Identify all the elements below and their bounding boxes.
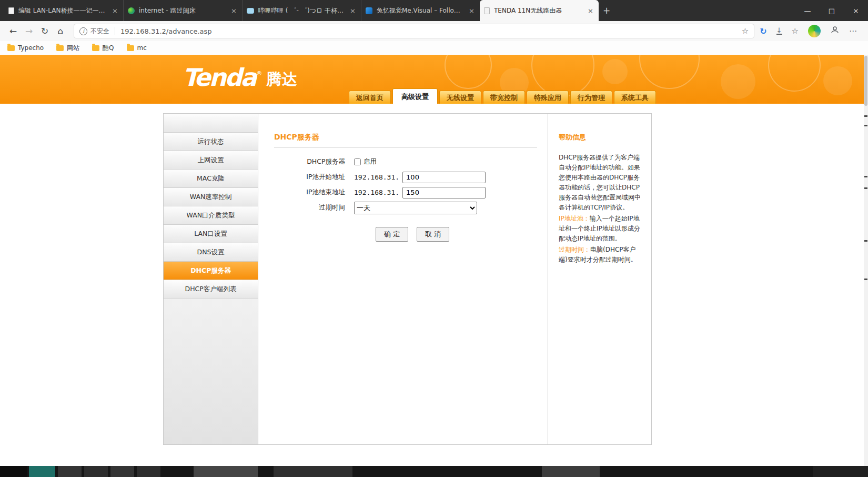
favorite-star-icon[interactable]: ☆ — [742, 26, 749, 36]
browser-tab-3[interactable]: 哔哩哔哩 ( ゜- ゜)つロ 干杯~-bili… × — [242, 0, 361, 21]
site-tab-home[interactable]: 返回首页 — [349, 91, 391, 104]
decorative-bubble — [823, 66, 852, 95]
sidebar-item-dhcp-server[interactable]: DHCP服务器 — [164, 262, 258, 280]
taskbar-item[interactable] — [137, 466, 160, 477]
sidebar-item-running-status[interactable]: 运行状态 — [164, 133, 258, 151]
decorative-bubble — [639, 55, 700, 89]
bookmark-label: 网站 — [67, 44, 79, 53]
ok-button[interactable]: 确 定 — [376, 227, 408, 242]
cancel-button[interactable]: 取 消 — [417, 227, 449, 242]
decorative-bubble — [602, 59, 628, 84]
scrollbar-mark — [864, 279, 867, 280]
site-tab-special-apps[interactable]: 特殊应用 — [527, 91, 569, 104]
close-icon[interactable]: × — [587, 7, 594, 15]
ip-start-row: IP池开始地址 192.168.31. — [274, 170, 537, 185]
ip-start-input[interactable] — [402, 172, 486, 183]
window-controls: — □ × — [795, 0, 868, 21]
browser-tab-4[interactable]: 兔忆视觉Me.Visual – Follow the … × — [361, 0, 480, 21]
bookmark-folder-typecho[interactable]: Typecho — [7, 44, 44, 52]
lease-time-label: 过期时间 — [274, 203, 345, 212]
profile-avatar[interactable] — [808, 25, 821, 37]
site-tab-wireless[interactable]: 无线设置 — [439, 91, 481, 104]
download-icon[interactable]: ↓ — [776, 27, 782, 35]
sidebar-item-wan-medium-type[interactable]: WAN口介质类型 — [164, 206, 258, 225]
taskbar-item[interactable] — [194, 466, 258, 477]
sidebar-item-wan-speed-control[interactable]: WAN速率控制 — [164, 188, 258, 206]
taskbar-item[interactable] — [84, 466, 108, 477]
home-icon[interactable]: ⌂ — [53, 23, 68, 39]
taskbar-item[interactable] — [274, 466, 352, 477]
page-favicon — [484, 7, 490, 14]
close-icon[interactable]: × — [230, 7, 238, 15]
tab-strip: 编辑 LAN-LAN桥接——记一次… × internet - 路过闺床 × 哔… — [0, 0, 614, 21]
scrollbar-thumb[interactable] — [864, 56, 867, 106]
url-text[interactable]: 192.168.31.2/advance.asp — [120, 27, 742, 35]
download-arrow: ↓ — [776, 27, 782, 33]
back-icon[interactable]: ← — [5, 23, 21, 39]
tab-title: 编辑 LAN-LAN桥接——记一次… — [18, 6, 107, 15]
sidebar-item-lan-settings[interactable]: LAN口设置 — [164, 225, 258, 243]
taskbar-item[interactable] — [58, 466, 82, 477]
folder-icon — [127, 45, 134, 51]
bookmark-folder-coolq[interactable]: 酷Q — [92, 44, 114, 53]
browser-tab-2[interactable]: internet - 路过闺床 × — [123, 0, 242, 21]
sidebar-item-dhcp-client-list[interactable]: DHCP客户端列表 — [164, 280, 258, 299]
close-icon[interactable]: × — [111, 7, 119, 15]
sidebar-filler — [164, 299, 258, 444]
download-bar — [776, 34, 782, 35]
minimize-button[interactable]: — — [795, 0, 820, 21]
dhcp-enable-checkbox[interactable] — [354, 158, 361, 165]
browser-tab-active[interactable]: TENDA 11N无线路由器 × — [480, 0, 599, 21]
site-tab-bandwidth[interactable]: 带宽控制 — [483, 91, 525, 104]
taskbar-item[interactable] — [0, 466, 27, 477]
page-title: DHCP服务器 — [274, 133, 537, 142]
ip-prefix: 192.168.31. — [354, 188, 399, 196]
refresh-icon[interactable]: ↻ — [37, 23, 53, 39]
close-window-button[interactable]: × — [844, 0, 868, 21]
folder-icon — [56, 45, 64, 51]
button-row: 确 定 取 消 — [376, 227, 537, 242]
favorites-hub-icon[interactable]: ☆ — [792, 26, 799, 36]
taskbar-item[interactable] — [29, 466, 55, 477]
menu-ellipsis-icon[interactable]: ⋯ — [849, 26, 857, 36]
browser-tab-1[interactable]: 编辑 LAN-LAN桥接——记一次… × — [4, 0, 123, 21]
scrollbar-mark — [864, 125, 867, 126]
site-favicon — [366, 7, 372, 14]
page-scrollbar[interactable] — [864, 55, 868, 466]
tab-title: internet - 路过闺床 — [139, 6, 226, 15]
bookmark-folder-mc[interactable]: mc — [127, 44, 147, 52]
feedback-person-icon[interactable] — [830, 25, 840, 37]
folder-icon — [92, 45, 99, 51]
maximize-button[interactable]: □ — [820, 0, 844, 21]
main-panel: DHCP服务器 DHCP服务器 启用 IP池开始地址 192.168.31. I… — [258, 114, 548, 444]
address-bar[interactable]: i 不安全 192.168.31.2/advance.asp ☆ — [74, 24, 754, 38]
help-paragraph: IP地址池：输入一个起始IP地址和一个终止IP地址以形成分配动态IP地址的范围。 — [559, 214, 643, 244]
new-tab-button[interactable]: + — [599, 0, 614, 21]
sidebar-item-internet-settings[interactable]: 上网设置 — [164, 151, 258, 170]
bookmarks-bar: Typecho 网站 酷Q mc — [0, 41, 868, 55]
forward-icon[interactable]: → — [21, 23, 37, 39]
sync-icon[interactable]: ↻ — [760, 26, 766, 36]
ip-end-input[interactable] — [402, 187, 486, 198]
sidebar-item-mac-clone[interactable]: MAC克隆 — [164, 170, 258, 188]
bilibili-favicon — [247, 8, 254, 14]
close-icon[interactable]: × — [468, 7, 476, 15]
site-tab-system-tools[interactable]: 系统工具 — [614, 91, 656, 104]
lease-time-select[interactable]: 一天 — [354, 202, 477, 214]
taskbar-item[interactable] — [542, 466, 600, 477]
scrollbar-mark — [864, 240, 867, 242]
sidebar-menu: 运行状态 上网设置 MAC克隆 WAN速率控制 WAN口介质类型 LAN口设置 … — [164, 114, 258, 444]
close-icon[interactable]: × — [349, 7, 357, 15]
ip-end-label: IP池结束地址 — [274, 188, 345, 197]
bookmark-folder-websites[interactable]: 网站 — [56, 44, 79, 53]
info-icon[interactable]: i — [79, 27, 87, 35]
taskbar-tray[interactable] — [813, 466, 868, 477]
site-tab-advanced[interactable]: 高级设置 — [392, 88, 438, 104]
taskbar-item[interactable] — [110, 466, 134, 477]
ip-prefix: 192.168.31. — [354, 173, 399, 181]
site-header: Tenda ® 腾达 返回首页 高级设置 无线设置 带宽控制 特殊应用 行为管理… — [0, 55, 868, 104]
scrollbar-mark — [864, 176, 867, 177]
site-tab-behavior[interactable]: 行为管理 — [570, 91, 612, 104]
sidebar-item-dns-settings[interactable]: DNS设置 — [164, 243, 258, 262]
page-viewport: Tenda ® 腾达 返回首页 高级设置 无线设置 带宽控制 特殊应用 行为管理… — [0, 55, 868, 466]
